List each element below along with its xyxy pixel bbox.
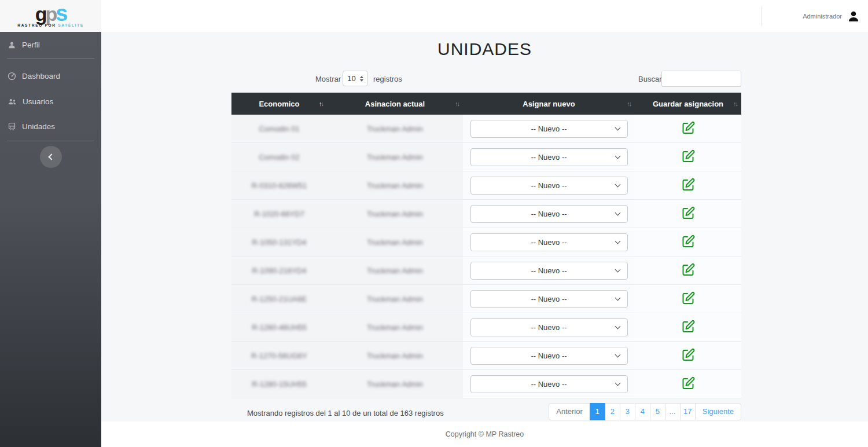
economico-value: R-1090-216YD4 — [252, 266, 307, 275]
economico-value: R-1050-131YD4 — [252, 238, 307, 247]
guardar-asignacion-button[interactable] — [681, 320, 696, 334]
length-label: Mostrar — [315, 75, 341, 83]
sidebar-item-dashboard[interactable]: Dashboard — [0, 66, 101, 86]
select-spinner-icon — [360, 76, 363, 82]
edit-icon — [681, 178, 696, 192]
users-icon — [8, 97, 17, 106]
sort-icon: ↑↓ — [455, 100, 459, 107]
copyright-text: Copyright © MP Rastreo — [446, 430, 524, 438]
sidebar-menu: Perfil Dashboard Usuarios Unidades — [0, 32, 101, 168]
user-avatar-icon — [847, 10, 860, 23]
asignar-nuevo-select[interactable]: -- Nuevo -- — [470, 177, 628, 195]
sidebar: gps RASTREO POR SATÉLITE Perfil Dashboar… — [0, 0, 101, 447]
asignar-nuevo-select[interactable]: -- Nuevo -- — [470, 290, 628, 308]
asignar-nuevo-select[interactable]: -- Nuevo -- — [470, 148, 628, 166]
topbar-divider — [761, 6, 762, 26]
table-row: R-1260-46UH55 Truckman Admin -- Nuevo -- — [231, 313, 741, 342]
chevron-down-icon — [615, 266, 620, 272]
pagination-prev-button[interactable]: Anterior — [549, 403, 590, 420]
guardar-asignacion-button[interactable] — [681, 206, 696, 220]
sidebar-divider — [7, 58, 94, 58]
sidebar-item-perfil[interactable]: Perfil — [0, 35, 101, 54]
asignar-nuevo-select[interactable]: -- Nuevo -- — [470, 318, 628, 336]
asignar-nuevo-select[interactable]: -- Nuevo -- — [470, 262, 628, 280]
page-title: UNIDADES — [101, 39, 868, 59]
edit-icon — [681, 320, 696, 334]
sort-icon: ↑↓ — [627, 100, 631, 107]
asignar-nuevo-select[interactable]: -- Nuevo -- — [470, 205, 628, 223]
guardar-asignacion-button[interactable] — [681, 348, 696, 362]
pagination-page-3[interactable]: 3 — [620, 403, 635, 420]
pagination-ellipsis: ... — [665, 403, 681, 420]
sort-icon: ↑↓ — [319, 100, 323, 107]
user-menu[interactable]: Administrador — [761, 0, 860, 32]
pagination-page-17[interactable]: 17 — [680, 403, 696, 420]
economico-value: R-1020-66YD7 — [254, 210, 304, 218]
topbar: Administrador — [101, 0, 868, 32]
guardar-asignacion-button[interactable] — [681, 149, 696, 163]
asignar-nuevo-select[interactable]: -- Nuevo -- — [470, 347, 628, 365]
table-info: Mostrando registros del 1 al 10 de un to… — [247, 409, 444, 417]
table-row: R-0310-626W51 Truckman Admin -- Nuevo -- — [231, 171, 741, 200]
col-header-guardar-asignacion[interactable]: Guardar asignacion ↑↓ — [635, 93, 741, 115]
col-header-asignar-nuevo[interactable]: Asignar nuevo ↑↓ — [463, 93, 635, 115]
guardar-asignacion-button[interactable] — [681, 291, 696, 305]
col-header-economico[interactable]: Economico ↑↓ — [231, 93, 327, 115]
chevron-down-icon — [615, 153, 620, 159]
guardar-asignacion-button[interactable] — [681, 235, 696, 248]
table-row: R-1020-66YD7 Truckman Admin -- Nuevo -- — [231, 200, 741, 228]
chevron-down-icon — [615, 210, 620, 215]
user-icon — [8, 41, 16, 49]
economico-value: Comodin 02 — [259, 153, 299, 162]
search-input[interactable] — [661, 71, 741, 87]
sort-icon: ↑↓ — [733, 100, 737, 107]
pagination-page-2[interactable]: 2 — [605, 403, 620, 420]
page-length-select[interactable]: 10 — [343, 71, 368, 86]
economico-value: Comodin 01 — [259, 124, 299, 133]
logo-tagline: RASTREO POR SATÉLITE — [17, 23, 83, 27]
asignar-nuevo-select-value: -- Nuevo -- — [531, 153, 567, 162]
col-header-asinacion-actual[interactable]: Asinacion actual ↑↓ — [327, 93, 463, 115]
sidebar-collapse-button[interactable] — [40, 146, 62, 168]
guardar-asignacion-button[interactable] — [681, 121, 696, 135]
guardar-asignacion-button[interactable] — [681, 178, 696, 192]
economico-value: R-0310-626W51 — [252, 181, 307, 190]
table-row: Comodin 01 Truckman Admin -- Nuevo -- — [231, 115, 741, 143]
pagination-page-5[interactable]: 5 — [650, 403, 665, 420]
bus-icon — [8, 122, 16, 131]
asignacion-actual-value: Truckman Admin — [367, 323, 423, 332]
asignar-nuevo-select[interactable]: -- Nuevo -- — [470, 233, 628, 251]
asignar-nuevo-select-value: -- Nuevo -- — [531, 124, 567, 133]
pagination-page-4[interactable]: 4 — [635, 403, 650, 420]
sidebar-item-label: Unidades — [22, 122, 55, 131]
asignacion-actual-value: Truckman Admin — [367, 238, 423, 247]
brand-logo[interactable]: gps RASTREO POR SATÉLITE — [0, 0, 101, 32]
economico-value: R-1270-56UG6Y — [251, 351, 307, 360]
main-content: UNIDADES Mostrar 10 registros Buscar: Ec… — [101, 32, 868, 422]
guardar-asignacion-button[interactable] — [681, 263, 696, 277]
asignar-nuevo-select-value: -- Nuevo -- — [531, 266, 567, 275]
guardar-asignacion-button[interactable] — [681, 376, 696, 390]
pagination-next-button[interactable]: Siguiente — [695, 403, 741, 420]
sidebar-divider — [7, 141, 94, 141]
chevron-down-icon — [615, 323, 620, 329]
asignar-nuevo-select[interactable]: -- Nuevo -- — [470, 375, 628, 393]
asignar-nuevo-select[interactable]: -- Nuevo -- — [470, 120, 628, 138]
chevron-down-icon — [615, 124, 620, 130]
footer: Copyright © MP Rastreo — [101, 422, 868, 447]
table-row: R-1250-21UA6E Truckman Admin -- Nuevo -- — [231, 285, 741, 313]
asignacion-actual-value: Truckman Admin — [367, 210, 423, 218]
economico-value: R-1250-21UA6E — [252, 295, 307, 303]
economico-value: R-1260-46UH55 — [252, 323, 307, 332]
table-row: R-1270-56UG6Y Truckman Admin -- Nuevo -- — [231, 342, 741, 370]
sidebar-item-usuarios[interactable]: Usuarios — [0, 91, 101, 111]
sidebar-item-label: Perfil — [22, 41, 40, 49]
table-row: R-1050-131YD4 Truckman Admin -- Nuevo -- — [231, 228, 741, 257]
sidebar-item-unidades[interactable]: Unidades — [0, 116, 101, 136]
pagination-page-1[interactable]: 1 — [590, 403, 605, 420]
edit-icon — [681, 348, 696, 362]
asignacion-actual-value: Truckman Admin — [367, 153, 423, 162]
table-row: R-1090-216YD4 Truckman Admin -- Nuevo -- — [231, 257, 741, 285]
logo-gps: gps — [35, 5, 67, 23]
edit-icon — [681, 376, 696, 390]
